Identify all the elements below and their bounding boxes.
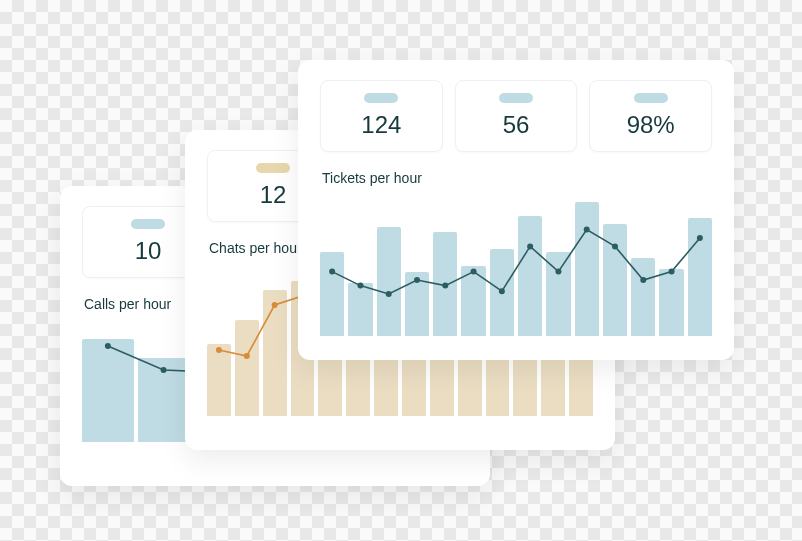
stat-box-tickets-2: 56 bbox=[455, 80, 578, 152]
pill-icon bbox=[131, 219, 165, 229]
bar bbox=[402, 356, 426, 416]
bar bbox=[346, 356, 370, 416]
stat-value: 56 bbox=[466, 113, 567, 137]
bar bbox=[569, 356, 593, 416]
bar bbox=[430, 356, 454, 416]
bar bbox=[603, 224, 627, 336]
pill-icon bbox=[256, 163, 290, 173]
pill-icon bbox=[499, 93, 533, 103]
bar bbox=[541, 356, 565, 416]
bar bbox=[405, 272, 429, 336]
bar bbox=[433, 232, 457, 336]
bar bbox=[486, 356, 510, 416]
bar bbox=[461, 266, 485, 336]
bar bbox=[575, 202, 599, 336]
chart-tickets bbox=[320, 196, 712, 336]
bar bbox=[207, 344, 231, 416]
bar bbox=[82, 339, 134, 442]
bar bbox=[659, 269, 683, 336]
chart-title-tickets: Tickets per hour bbox=[322, 170, 712, 186]
bar bbox=[490, 249, 514, 336]
bar bbox=[513, 356, 537, 416]
bar bbox=[518, 216, 542, 336]
bar bbox=[688, 218, 712, 336]
bar bbox=[546, 252, 570, 336]
bar bbox=[235, 320, 259, 416]
stat-box-tickets-1: 124 bbox=[320, 80, 443, 152]
bar bbox=[320, 252, 344, 336]
pill-icon bbox=[634, 93, 668, 103]
stat-box-tickets-3: 98% bbox=[589, 80, 712, 152]
bar bbox=[377, 227, 401, 336]
bar bbox=[458, 356, 482, 416]
bar bbox=[348, 283, 372, 336]
bar bbox=[631, 258, 655, 336]
bar bbox=[263, 290, 287, 416]
bar bbox=[374, 356, 398, 416]
stat-value: 124 bbox=[331, 113, 432, 137]
stat-value: 98% bbox=[600, 113, 701, 137]
pill-icon bbox=[364, 93, 398, 103]
card-tickets: 124 56 98% Tickets per hour bbox=[298, 60, 734, 360]
bar bbox=[138, 358, 190, 442]
